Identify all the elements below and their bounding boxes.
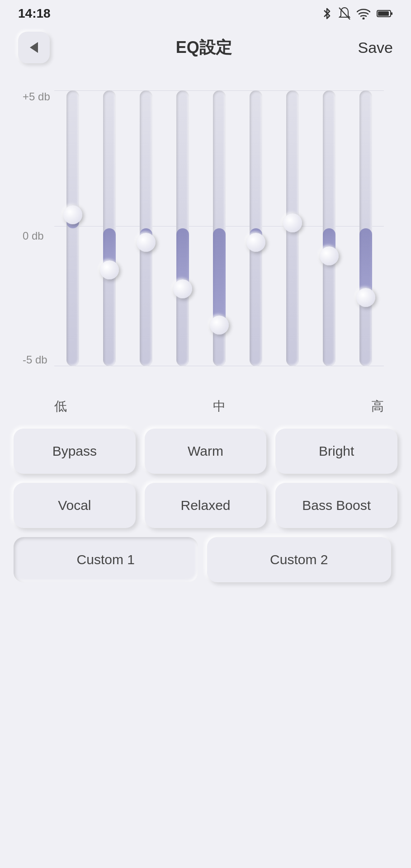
save-button[interactable]: Save: [358, 39, 393, 57]
slider-track-9[interactable]: [359, 90, 372, 366]
slider-track-3[interactable]: [140, 90, 152, 366]
preset-btn-warm[interactable]: Warm: [145, 429, 267, 474]
freq-high: 高: [371, 398, 384, 415]
status-time: 14:18: [18, 6, 51, 21]
battery-icon: [377, 9, 393, 18]
preset-btn-custom2[interactable]: Custom 2: [207, 537, 392, 582]
slider-thumb-1[interactable]: [63, 205, 82, 224]
svg-rect-3: [378, 11, 389, 16]
preset-btn-relaxed[interactable]: Relaxed: [145, 483, 267, 528]
eq-sliders: [54, 90, 384, 384]
slider-fill-9: [359, 228, 372, 297]
slider-track-1[interactable]: [66, 90, 79, 366]
slider-track-8[interactable]: [323, 90, 335, 366]
preset-btn-vocal[interactable]: Vocal: [14, 483, 136, 528]
slider-col-3[interactable]: [140, 90, 152, 366]
db-label-bot: -5 db: [23, 354, 47, 366]
preset-row-2: VocalRelaxedBass Boost: [14, 483, 397, 528]
svg-rect-4: [391, 12, 392, 15]
preset-btn-bright[interactable]: Bright: [275, 429, 397, 474]
slider-thumb-4[interactable]: [173, 279, 192, 298]
header: EQ設定 Save: [0, 27, 411, 68]
bluetooth-icon: [321, 7, 332, 20]
slider-track-7[interactable]: [286, 90, 299, 366]
presets-container: BypassWarmBright VocalRelaxedBass Boost …: [0, 420, 411, 591]
slider-track-4[interactable]: [176, 90, 189, 366]
preset-row-3: Custom 1Custom 2: [14, 537, 397, 582]
slider-col-7[interactable]: [286, 90, 299, 366]
preset-row-1: BypassWarmBright: [14, 429, 397, 474]
slider-thumb-8[interactable]: [320, 246, 339, 265]
wifi-icon: [357, 8, 370, 19]
slider-thumb-2[interactable]: [100, 260, 119, 279]
slider-col-8[interactable]: [323, 90, 335, 366]
preset-btn-bass-boost[interactable]: Bass Boost: [275, 483, 397, 528]
page-title: EQ設定: [176, 37, 232, 59]
slider-thumb-3[interactable]: [137, 233, 156, 252]
slider-col-5[interactable]: [213, 90, 226, 366]
freq-low: 低: [54, 398, 67, 415]
status-bar: 14:18: [0, 0, 411, 27]
preset-btn-bypass[interactable]: Bypass: [14, 429, 136, 474]
slider-thumb-7[interactable]: [283, 213, 302, 232]
slider-track-2[interactable]: [103, 90, 116, 366]
slider-col-9[interactable]: [359, 90, 372, 366]
slider-col-6[interactable]: [250, 90, 262, 366]
db-label-top: +5 db: [23, 90, 50, 103]
db-label-mid: 0 db: [23, 230, 44, 242]
preset-btn-custom1[interactable]: Custom 1: [14, 537, 198, 582]
slider-col-1[interactable]: [66, 90, 79, 366]
eq-chart: +5 db 0 db -5 db: [18, 77, 393, 393]
slider-track-5[interactable]: [213, 90, 226, 366]
svg-point-1: [363, 18, 365, 20]
slider-thumb-9[interactable]: [356, 288, 375, 307]
slider-col-4[interactable]: [176, 90, 189, 366]
slider-col-2[interactable]: [103, 90, 116, 366]
slider-thumb-5[interactable]: [210, 316, 229, 335]
slider-thumb-6[interactable]: [246, 233, 265, 252]
freq-labels: 低 中 高: [18, 398, 393, 415]
bell-muted-icon: [339, 7, 350, 20]
back-button[interactable]: [18, 32, 50, 63]
slider-track-6[interactable]: [250, 90, 262, 366]
status-icons: [321, 7, 393, 20]
freq-mid: 中: [213, 398, 226, 415]
back-arrow-icon: [30, 42, 38, 53]
slider-fill-5: [213, 228, 226, 325]
